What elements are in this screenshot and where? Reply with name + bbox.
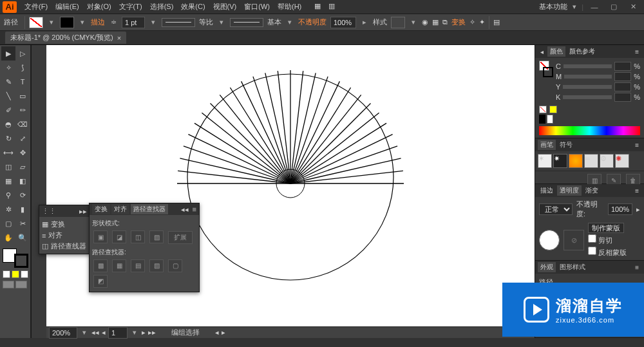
c-slider[interactable] <box>564 64 612 68</box>
stroke-swatch[interactable] <box>60 17 74 28</box>
y-slider[interactable] <box>563 85 612 89</box>
align-icon[interactable]: ▦ <box>432 18 439 26</box>
document-tab[interactable]: 未标题-1* @ 200% (CMYK/预览) × <box>5 32 126 44</box>
menu-select[interactable]: 选择(S) <box>147 1 176 13</box>
stroke-weight-input[interactable] <box>122 17 145 28</box>
panel-menu-icon[interactable]: ≡ <box>632 48 641 56</box>
workspace-switcher[interactable]: 基本功能 <box>539 2 567 12</box>
rotate-tool[interactable]: ↻ <box>1 131 15 145</box>
lasso-tool[interactable]: ⟆ <box>15 61 30 75</box>
chevron-down-icon[interactable]: ▾ <box>80 328 89 337</box>
menu-object[interactable]: 对象(O) <box>84 1 114 13</box>
brush-definition[interactable] <box>230 18 263 27</box>
opacity-input[interactable] <box>330 17 356 28</box>
magic-wand-tool[interactable]: ✧ <box>1 61 15 75</box>
isolate-icon[interactable]: ✧ <box>469 18 475 26</box>
merge-button[interactable]: ▤ <box>131 259 145 272</box>
eyedropper-tool[interactable]: ⚲ <box>1 188 15 202</box>
minus-front-button[interactable]: ◪ <box>112 230 126 243</box>
menu-type[interactable]: 文字(T) <box>117 1 145 13</box>
menu-effect[interactable]: 效果(C) <box>178 1 207 13</box>
tab-appearance[interactable]: 外观 <box>538 262 556 272</box>
style-swatch[interactable] <box>391 17 405 28</box>
type-tool[interactable]: T <box>15 75 30 89</box>
color-mode-btn[interactable] <box>3 270 10 278</box>
chevron-down-icon[interactable]: ▾ <box>149 18 158 26</box>
k-value[interactable] <box>614 93 631 102</box>
panel-icon[interactable]: ▤ <box>493 18 500 26</box>
y-value[interactable] <box>614 82 631 91</box>
isolate-icon[interactable]: ✦ <box>479 18 485 26</box>
free-transform-tool[interactable]: ✥ <box>15 145 30 160</box>
make-mask-button[interactable]: 制作蒙版 <box>588 223 624 233</box>
collapsed-transform[interactable]: ▦变换 <box>42 220 87 229</box>
fill-stroke-control[interactable] <box>1 247 30 269</box>
pencil-tool[interactable]: ✏ <box>15 103 30 117</box>
minimize-button[interactable]: — <box>586 1 603 13</box>
nav-next-icon[interactable]: ▸▸ <box>148 328 156 337</box>
unite-button[interactable]: ▣ <box>93 230 108 243</box>
zoom-input[interactable] <box>49 327 77 339</box>
brush-item[interactable]: ═ <box>584 154 598 168</box>
eraser-tool[interactable]: ⌫ <box>15 117 30 131</box>
zoom-tool[interactable]: 🔍 <box>15 230 30 245</box>
page-input[interactable] <box>108 327 128 339</box>
tab-gradient[interactable]: 渐变 <box>583 185 601 196</box>
symbol-sprayer-tool[interactable]: ✲ <box>1 202 15 216</box>
panel-grip-icon[interactable]: ⋮⋮ <box>42 207 56 216</box>
gradient-mode-btn[interactable] <box>12 270 19 278</box>
minus-back-button[interactable]: ◩ <box>93 275 108 288</box>
chevron-down-icon[interactable]: ▾ <box>78 18 87 26</box>
tab-color-guide[interactable]: 颜色参考 <box>567 46 598 57</box>
stroke-color[interactable] <box>14 254 28 268</box>
tab-brushes[interactable]: 画笔 <box>538 140 556 150</box>
spectrum[interactable] <box>539 126 640 135</box>
nav-prev-icon[interactable]: ◂ <box>215 328 219 337</box>
chevron-down-icon[interactable]: ▾ <box>570 3 579 11</box>
close-button[interactable]: ✕ <box>625 1 641 13</box>
gradient-tool[interactable]: ◧ <box>15 174 30 188</box>
crop-button[interactable]: ▧ <box>149 259 164 272</box>
nav-next-icon[interactable]: ▸ <box>142 328 146 337</box>
maximize-button[interactable]: ▢ <box>605 1 622 13</box>
artboard-tool[interactable]: ▢ <box>1 216 15 230</box>
recolor-icon[interactable]: ◉ <box>422 18 428 26</box>
tab-transparency[interactable]: 透明度 <box>557 185 582 196</box>
divide-button[interactable]: ▩ <box>93 259 108 272</box>
chevron-down-icon[interactable]: ▾ <box>47 18 56 26</box>
panel-menu-icon[interactable]: ≡ <box>632 141 641 149</box>
tab-pathfinder[interactable]: 路径查找器 <box>131 204 168 214</box>
brush-item[interactable] <box>569 154 583 168</box>
shape-builder-tool[interactable]: ◫ <box>1 160 15 174</box>
tab-graphic-styles[interactable]: 图形样式 <box>557 262 588 272</box>
menu-view[interactable]: 视图(V) <box>211 1 240 13</box>
exclude-button[interactable]: ▨ <box>149 230 164 243</box>
layout-icon[interactable]: ▦ <box>312 1 323 13</box>
panel-menu-icon[interactable]: ≡ <box>632 187 641 195</box>
intersect-button[interactable]: ◫ <box>131 230 145 243</box>
rectangle-tool[interactable]: ▭ <box>15 89 30 103</box>
invert-checkbox[interactable]: 反相蒙版 <box>588 247 627 258</box>
clip-checkbox[interactable]: 剪切 <box>588 234 627 245</box>
trim-button[interactable]: ▦ <box>112 259 126 272</box>
blend-mode-select[interactable]: 正常 <box>539 203 573 215</box>
hand-tool[interactable]: ✋ <box>1 230 15 245</box>
transform-label[interactable]: 变换 <box>451 17 466 27</box>
none-mode-btn[interactable] <box>21 270 28 278</box>
k-slider[interactable] <box>563 95 612 99</box>
c-value[interactable] <box>614 62 631 71</box>
shape-icon[interactable]: ⧉ <box>442 18 448 26</box>
brush-item[interactable]: ✶ <box>538 154 552 168</box>
last-color-swatch[interactable] <box>549 106 557 113</box>
opacity-label[interactable]: 不透明度 <box>298 17 327 27</box>
collapse-icon[interactable]: ◂◂ <box>181 205 189 214</box>
pen-tool[interactable]: ✎ <box>1 75 15 89</box>
brush-item[interactable]: ⚙ <box>600 154 614 168</box>
outline-button[interactable]: ▢ <box>168 259 182 272</box>
arrow-icon[interactable]: ◂ <box>538 48 546 56</box>
stroke-label[interactable]: 描边 <box>91 17 105 27</box>
direct-select-tool[interactable]: ▷ <box>15 46 30 61</box>
m-slider[interactable] <box>564 75 612 79</box>
stroke-swatch-panel[interactable] <box>543 67 553 77</box>
expand-button[interactable]: 扩展 <box>168 231 193 244</box>
